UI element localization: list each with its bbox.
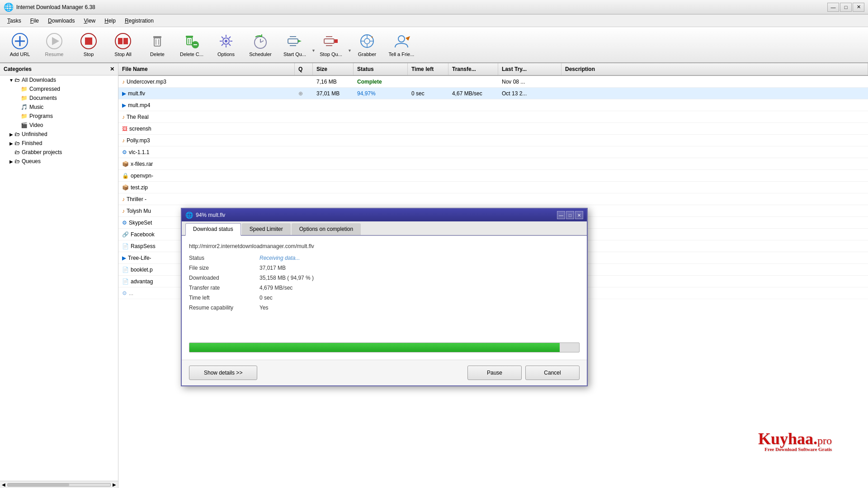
options-button[interactable]: Options <box>210 28 242 61</box>
dialog-maximize-button[interactable]: □ <box>566 211 574 219</box>
menu-view[interactable]: View <box>80 16 99 25</box>
download-url: http://mirror2.internetdownloadmanager.c… <box>189 243 580 249</box>
sidebar-item-documents[interactable]: 📁 Documents <box>0 94 118 103</box>
sidebar-close-button[interactable]: ✕ <box>110 66 114 72</box>
exe-icon: ⚙ <box>122 149 127 155</box>
delete-c-button[interactable]: Delete C... <box>175 28 208 61</box>
col-q[interactable]: Q <box>295 63 313 75</box>
table-row[interactable]: ♪ The Real <box>118 111 868 123</box>
app-icon: 🌐 <box>4 2 14 12</box>
col-transfer[interactable]: Transfe... <box>448 63 498 75</box>
mp3-icon: ♪ <box>122 79 125 85</box>
maximize-button[interactable]: □ <box>840 3 852 12</box>
sidebar-item-grabber-projects[interactable]: 🗁 Grabber projects <box>0 148 118 157</box>
folder-icon: 🗁 <box>14 77 20 83</box>
menu-downloads[interactable]: Downloads <box>44 16 78 25</box>
video-icon: ▶ <box>122 255 126 261</box>
sidebar-item-finished[interactable]: ▶ 🗁 Finished <box>0 139 118 148</box>
pause-button[interactable]: Pause <box>467 366 522 380</box>
stop-queue-dropdown[interactable]: ▼ <box>348 48 352 53</box>
title-bar: 🌐 Internet Download Manager 6.38 — □ ✕ <box>0 0 868 14</box>
dialog-globe-icon: 🌐 <box>185 211 193 219</box>
dialog-footer: Show details >> Pause Cancel <box>182 360 587 385</box>
sidebar-item-unfinished[interactable]: ▶ 🗁 Unfinished <box>0 130 118 139</box>
col-status[interactable]: Status <box>354 63 408 75</box>
table-row[interactable]: 📦 x-files.rar <box>118 158 868 170</box>
menu-bar: Tasks File Downloads View Help Registrat… <box>0 14 868 27</box>
expander-icon: ▶ <box>8 159 14 164</box>
stop-button[interactable]: Stop <box>72 28 105 61</box>
tab-options-completion[interactable]: Options on completion <box>292 223 361 235</box>
start-qu-icon <box>286 33 303 50</box>
table-row[interactable]: ♪ Undercover.mp3 7,16 MB Complete Nov 08… <box>118 76 868 88</box>
file-icon: 🔗 <box>122 231 129 238</box>
tab-speed-limiter[interactable]: Speed Limiter <box>242 223 291 235</box>
tell-friend-button[interactable]: Tell a Frie... <box>385 28 418 61</box>
sidebar-item-queues[interactable]: ▶ 🗁 Queues <box>0 157 118 166</box>
sidebar-item-compressed[interactable]: 📁 Compressed <box>0 84 118 94</box>
delete-button[interactable]: Delete <box>141 28 174 61</box>
table-row[interactable]: 🖼 screensh <box>118 123 868 135</box>
minimize-button[interactable]: — <box>827 3 839 12</box>
dialog-controls: — □ ✕ <box>557 211 583 219</box>
col-timeleft[interactable]: Time left <box>408 63 448 75</box>
scroll-left-arrow[interactable]: ◀ <box>2 482 5 487</box>
svg-point-45 <box>398 36 405 42</box>
music-icon: ♪ <box>122 208 125 214</box>
start-queue-dropdown[interactable]: ▼ <box>311 48 316 53</box>
svg-rect-7 <box>118 38 123 44</box>
dialog-close-button[interactable]: ✕ <box>575 211 583 219</box>
svg-rect-10 <box>154 38 160 46</box>
table-row[interactable]: ▶ mult.mp4 <box>118 99 868 111</box>
table-row[interactable]: ♪ Thriller - <box>118 193 868 205</box>
exe-icon: ⚙ <box>122 220 127 226</box>
stop-queue-button[interactable]: Stop Qu... <box>315 28 347 61</box>
svg-line-27 <box>229 37 231 38</box>
tab-download-status[interactable]: Download status <box>185 223 241 236</box>
menu-file[interactable]: File <box>27 16 42 25</box>
add-url-button[interactable]: Add URL <box>4 28 36 61</box>
dialog-title-left: 🌐 94% mult.flv <box>185 211 225 219</box>
menu-registration[interactable]: Registration <box>121 16 157 25</box>
vpn-icon: 🔒 <box>122 173 129 179</box>
stop-all-button[interactable]: Stop All <box>107 28 139 61</box>
show-details-button[interactable]: Show details >> <box>189 366 257 380</box>
grabber-button[interactable]: Grabber <box>351 28 383 61</box>
svg-line-26 <box>229 44 231 46</box>
col-filename[interactable]: File Name <box>118 63 295 75</box>
svg-line-28 <box>222 44 223 46</box>
cancel-button[interactable]: Cancel <box>525 366 580 380</box>
table-row[interactable]: ▶ mult.flv ⊕ 37,01 MB 94,97% 0 sec 4,67 … <box>118 88 868 99</box>
table-row[interactable]: 🔒 openvpn- <box>118 170 868 182</box>
close-button[interactable]: ✕ <box>853 3 864 12</box>
col-size[interactable]: Size <box>313 63 354 75</box>
sidebar-scroll-bar: ◀ ▶ <box>0 481 118 488</box>
stop-all-icon <box>114 33 132 50</box>
rar-icon: 📦 <box>122 161 129 167</box>
sidebar-item-music[interactable]: 🎵 Music <box>0 103 118 112</box>
folder-icon: 🗁 <box>14 158 20 164</box>
svg-line-25 <box>222 37 223 38</box>
sidebar-item-all-downloads[interactable]: ▼ 🗁 All Downloads <box>0 75 118 84</box>
svg-rect-8 <box>123 38 128 44</box>
resume-button[interactable]: Resume <box>38 28 71 61</box>
sidebar-item-video[interactable]: 🎬 Video <box>0 121 118 130</box>
scroll-right-arrow[interactable]: ▶ <box>113 482 116 487</box>
table-row[interactable]: ♪ Polly.mp3 <box>118 135 868 146</box>
col-description[interactable]: Description <box>561 63 868 75</box>
folder-icon: 📁 <box>21 113 28 119</box>
table-row[interactable]: ⚙ vlc-1.1.1 <box>118 146 868 158</box>
expander-icon: ▶ <box>8 132 14 137</box>
file-icon: ♪ <box>122 114 125 120</box>
grabber-icon <box>359 33 376 50</box>
mp4-icon: ▶ <box>122 102 126 108</box>
scheduler-button[interactable]: Scheduler <box>244 28 277 61</box>
menu-help[interactable]: Help <box>101 16 119 25</box>
start-queue-button[interactable]: Start Qu... <box>278 28 311 61</box>
dialog-minimize-button[interactable]: — <box>557 211 565 219</box>
svg-rect-36 <box>335 39 338 43</box>
table-row[interactable]: 📦 test.zip <box>118 182 868 193</box>
sidebar-item-programs[interactable]: 📁 Programs <box>0 112 118 121</box>
menu-tasks[interactable]: Tasks <box>4 16 25 25</box>
col-lasttry[interactable]: Last Try... <box>498 63 561 75</box>
